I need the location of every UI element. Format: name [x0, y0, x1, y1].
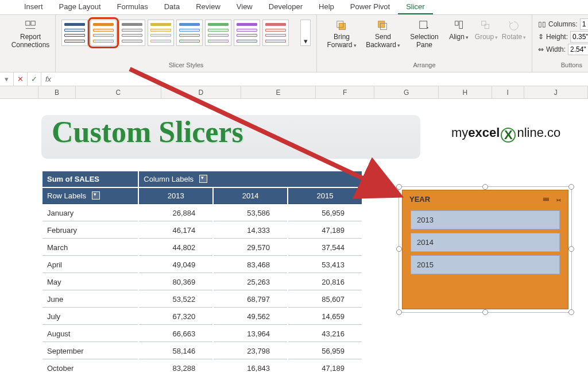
align-icon: [452, 20, 465, 32]
gallery-more-button[interactable]: ▾: [300, 20, 311, 46]
cancel-icon[interactable]: ✕: [14, 72, 28, 86]
slicer-style-2[interactable]: [119, 20, 145, 46]
tab-insert[interactable]: Insert: [16, 0, 51, 14]
column-header-B[interactable]: B: [38, 86, 76, 98]
ribbon-tabs: InsertPage LayoutFormulasDataReviewViewD…: [0, 0, 588, 15]
svg-rect-0: [26, 21, 30, 25]
column-header-H[interactable]: H: [439, 86, 492, 98]
tab-help[interactable]: Help: [311, 0, 342, 14]
logo-excel: excel: [468, 125, 500, 140]
slicer-item-2015[interactable]: 2015: [411, 255, 560, 274]
svg-rect-7: [455, 21, 459, 25]
resize-handle[interactable]: [568, 309, 574, 315]
slicer-style-5[interactable]: [205, 20, 231, 46]
clear-filter-icon[interactable]: ⟗: [556, 195, 561, 204]
resize-handle[interactable]: [396, 246, 402, 252]
slicer-header: YEAR ⩸ ⟗: [403, 190, 568, 207]
slicer-style-1[interactable]: [90, 20, 117, 46]
logo-my: my: [451, 125, 468, 140]
svg-rect-6: [420, 21, 427, 29]
bring-forward-icon: [335, 20, 348, 32]
name-box-dropdown[interactable]: ▾: [0, 72, 14, 86]
logo-online: nline.co: [517, 125, 560, 140]
resize-handle[interactable]: [482, 309, 488, 315]
width-icon: ⇔: [538, 45, 544, 53]
resize-handle[interactable]: [482, 184, 488, 190]
width-label: Width:: [546, 45, 566, 53]
group-buttons: ▯▯ Columns: ⇕ Height: ⇔ Width: Buttons: [532, 15, 588, 72]
enter-icon[interactable]: ✓: [28, 72, 41, 86]
table-row: June53,52268,79785,607: [42, 292, 362, 308]
fx-icon[interactable]: fx: [41, 75, 55, 83]
rotate-button: Rotate: [502, 17, 526, 41]
tab-data[interactable]: Data: [156, 0, 188, 14]
chevron-down-icon: ▾: [304, 37, 308, 45]
columns-label: Columns:: [548, 20, 578, 28]
annotation-arrow: [124, 63, 423, 213]
slicer-style-7[interactable]: [262, 20, 289, 46]
align-label: Align: [449, 33, 469, 41]
group-button: Group: [474, 17, 498, 41]
columns-icon: ▯▯: [538, 20, 546, 28]
tab-page-layout[interactable]: Page Layout: [51, 0, 109, 14]
tab-slicer[interactable]: Slicer: [398, 0, 433, 14]
selection-pane-button[interactable]: Selection Pane: [405, 17, 443, 49]
slicer-style-0[interactable]: [61, 20, 88, 46]
report-connections-icon: [24, 20, 37, 32]
report-connections-label: Report Connections: [11, 33, 50, 49]
multi-select-icon[interactable]: ⩸: [542, 195, 550, 204]
column-header-I[interactable]: I: [492, 86, 524, 98]
table-row: July67,32049,56214,659: [42, 309, 362, 325]
table-row: September58,14623,79856,959: [42, 343, 362, 359]
height-icon: ⇕: [538, 33, 544, 41]
tab-view[interactable]: View: [229, 0, 261, 14]
width-input[interactable]: [568, 44, 588, 55]
svg-rect-2: [339, 23, 345, 29]
align-button[interactable]: Align: [447, 17, 471, 41]
svg-line-11: [130, 69, 400, 195]
slicer-style-4[interactable]: [176, 20, 203, 46]
slicer-style-gallery[interactable]: [61, 17, 297, 46]
height-input[interactable]: [570, 31, 588, 43]
send-backward-button[interactable]: Send Backward: [364, 17, 402, 49]
slicer-item-2014[interactable]: 2014: [411, 233, 560, 252]
group-label: Group: [475, 33, 498, 41]
columns-field: ▯▯ Columns:: [538, 18, 588, 30]
logo: myexcelXnline.co: [451, 125, 560, 143]
tab-formulas[interactable]: Formulas: [109, 0, 156, 14]
tab-review[interactable]: Review: [188, 0, 229, 14]
send-backward-icon: [377, 20, 389, 32]
slicer-item-2013[interactable]: 2013: [411, 210, 560, 229]
rotate-icon: [508, 20, 520, 32]
svg-rect-10: [485, 24, 489, 28]
tab-developer[interactable]: Developer: [261, 0, 311, 14]
table-row: February46,17414,33347,189: [42, 223, 362, 239]
table-row: October83,28816,84347,189: [42, 361, 362, 372]
year-slicer[interactable]: YEAR ⩸ ⟗ 201320142015: [402, 190, 568, 309]
buttons-group-label: Buttons: [561, 62, 582, 72]
tab-power-pivot[interactable]: Power Pivot: [342, 0, 398, 14]
send-backward-label: Send Backward: [364, 33, 402, 49]
table-row: August66,66313,96443,216: [42, 326, 362, 342]
slicer-style-6[interactable]: [234, 20, 260, 46]
table-row: April49,04983,46853,413: [42, 257, 362, 273]
group-icon: [480, 20, 493, 32]
resize-handle[interactable]: [568, 184, 574, 190]
column-header-J[interactable]: J: [524, 86, 589, 98]
bring-forward-label: Bring Forward: [323, 33, 361, 49]
table-row: March44,80229,57037,544: [42, 240, 362, 256]
resize-handle[interactable]: [396, 309, 402, 315]
svg-rect-1: [31, 21, 35, 25]
bring-forward-button[interactable]: Bring Forward: [323, 17, 361, 49]
logo-x-icon: X: [501, 128, 516, 143]
table-row: May80,36925,26320,816: [42, 274, 362, 290]
row-labels-dropdown[interactable]: [92, 191, 100, 200]
resize-handle[interactable]: [568, 246, 574, 252]
svg-rect-8: [459, 21, 463, 29]
report-connections-button[interactable]: Report Connections: [11, 17, 49, 49]
group-slicer: Report Connections: [6, 15, 56, 72]
selection-pane-label: Selection Pane: [405, 33, 443, 49]
slicer-style-3[interactable]: [148, 20, 174, 46]
svg-rect-4: [378, 21, 385, 28]
columns-input[interactable]: [580, 18, 588, 30]
